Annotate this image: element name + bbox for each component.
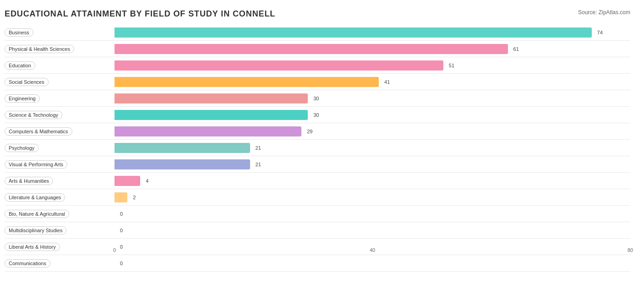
bar-label-pill: Education — [5, 61, 35, 70]
bar-row: Education51 — [5, 57, 630, 74]
bar-fill — [115, 27, 592, 38]
bar-fill — [115, 77, 379, 87]
bar-label: Computers & Mathematics — [5, 127, 115, 136]
bar-row: Communications0 — [5, 255, 630, 272]
bar-value: 0 — [120, 261, 123, 266]
bar-label: Psychology — [5, 144, 115, 152]
bar-label: Communications — [5, 259, 115, 267]
bar-label: Physical & Health Sciences — [5, 45, 115, 53]
bar-value: 29 — [307, 129, 312, 134]
bar-fill — [115, 60, 443, 71]
bar-value: 21 — [256, 162, 261, 167]
bar-track: 21 — [115, 143, 630, 153]
bar-fill — [115, 110, 308, 120]
bar-value: 30 — [313, 112, 319, 118]
bar-value: 0 — [120, 228, 123, 233]
bar-label: Education — [5, 61, 115, 70]
bar-label-pill: Physical & Health Sciences — [5, 45, 74, 53]
bar-value: 21 — [256, 145, 261, 151]
bar-label: Multidisciplinary Studies — [5, 226, 115, 234]
bar-row: Business74 — [5, 24, 630, 41]
bar-label-pill: Arts & Humanities — [5, 177, 53, 185]
bar-value: 41 — [384, 79, 390, 85]
bar-row: Arts & Humanities4 — [5, 173, 630, 189]
x-axis-tick: 80 — [628, 247, 633, 253]
bar-label-pill: Engineering — [5, 94, 40, 103]
chart-container: EDUCATIONAL ATTAINMENT BY FIELD OF STUDY… — [0, 0, 644, 289]
bar-label-pill: Literature & Languages — [5, 193, 65, 202]
bar-value: 0 — [120, 211, 123, 217]
bar-fill — [115, 192, 127, 202]
bar-label-pill: Business — [5, 28, 33, 37]
bar-label-pill: Visual & Performing Arts — [5, 160, 67, 169]
bar-track: 21 — [115, 159, 630, 169]
bars-area: Business74Physical & Health Sciences61Ed… — [5, 24, 630, 245]
bar-track: 0 — [115, 209, 630, 219]
bar-fill — [115, 44, 508, 54]
bar-fill — [115, 93, 308, 104]
x-axis-tick: 40 — [370, 247, 375, 253]
bar-label: Science & Technology — [5, 111, 115, 119]
bar-row: Literature & Languages2 — [5, 189, 630, 206]
bar-label-pill: Communications — [5, 259, 50, 267]
bar-row: Visual & Performing Arts21 — [5, 156, 630, 173]
bar-label: Liberal Arts & History — [5, 243, 115, 251]
bar-value: 51 — [449, 63, 454, 68]
bar-track: 0 — [115, 258, 630, 268]
bar-track: 30 — [115, 93, 630, 104]
x-axis-tick: 0 — [113, 247, 116, 253]
bar-label-pill: Computers & Mathematics — [5, 127, 72, 136]
bar-label: Bio, Nature & Agricultural — [5, 210, 115, 218]
bar-label: Social Sciences — [5, 78, 115, 86]
bar-label-pill: Psychology — [5, 144, 38, 152]
bar-label: Literature & Languages — [5, 193, 115, 202]
bar-track: 61 — [115, 44, 630, 54]
bar-value: 30 — [313, 96, 319, 101]
bar-label: Arts & Humanities — [5, 177, 115, 185]
bar-label: Visual & Performing Arts — [5, 160, 115, 169]
x-axis: 04080 — [115, 247, 630, 256]
bar-value: 2 — [133, 195, 136, 200]
bar-row: Social Sciences41 — [5, 74, 630, 90]
bar-track: 51 — [115, 60, 630, 71]
bar-track: 41 — [115, 77, 630, 87]
bar-fill — [115, 159, 250, 169]
chart-title: EDUCATIONAL ATTAINMENT BY FIELD OF STUDY… — [5, 9, 630, 19]
bar-label: Engineering — [5, 94, 115, 103]
bar-track: 29 — [115, 126, 630, 136]
bar-track: 0 — [115, 225, 630, 235]
bar-row: Engineering30 — [5, 90, 630, 107]
bar-label-pill: Bio, Nature & Agricultural — [5, 210, 69, 218]
bar-value: 4 — [146, 178, 148, 184]
bar-fill — [115, 176, 140, 186]
bar-row: Computers & Mathematics29 — [5, 123, 630, 140]
bar-track: 4 — [115, 176, 630, 186]
bar-row: Bio, Nature & Agricultural0 — [5, 206, 630, 222]
bar-row: Physical & Health Sciences61 — [5, 41, 630, 57]
bar-label-pill: Liberal Arts & History — [5, 243, 60, 251]
bar-label-pill: Science & Technology — [5, 111, 62, 119]
bar-value: 61 — [513, 46, 519, 52]
bar-label: Business — [5, 28, 115, 37]
bar-fill — [115, 143, 250, 153]
source-text: Source: ZipAtlas.com — [578, 9, 630, 16]
bar-row: Psychology21 — [5, 140, 630, 156]
bar-label-pill: Multidisciplinary Studies — [5, 226, 66, 234]
bar-label-pill: Social Sciences — [5, 78, 49, 86]
bar-row: Multidisciplinary Studies0 — [5, 222, 630, 239]
bar-value: 74 — [597, 30, 603, 35]
bar-track: 30 — [115, 110, 630, 120]
bar-fill — [115, 126, 301, 136]
bar-track: 74 — [115, 27, 630, 38]
bar-track: 2 — [115, 192, 630, 202]
bar-row: Science & Technology30 — [5, 107, 630, 123]
